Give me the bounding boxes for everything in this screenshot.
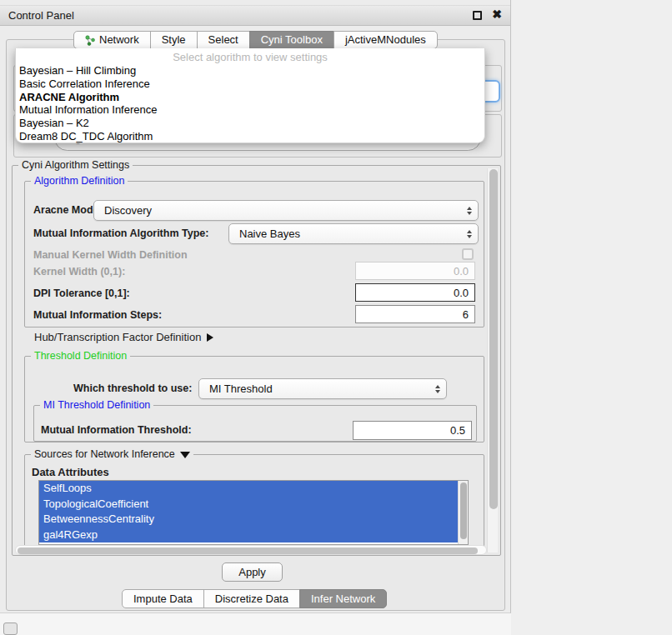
mi-steps-value: 6 [463, 308, 469, 321]
dpi-tolerance-field[interactable]: 0.0 [355, 283, 475, 302]
tab-infer-network[interactable]: Infer Network [299, 589, 387, 608]
mi-threshold-label: Mutual Information Threshold: [41, 424, 192, 436]
kernel-width-label: Kernel Width (0,1): [33, 266, 125, 278]
mi-type-combo[interactable]: Naive Bayes [228, 223, 479, 244]
tab-label: Select [208, 32, 238, 48]
dpi-tolerance-label: DPI Tolerance [0,1]: [33, 288, 130, 299]
manual-kernel-checkbox[interactable] [462, 248, 474, 260]
expand-arrow-icon [207, 333, 213, 342]
algorithm-definition-title: Algorithm Definition [31, 175, 128, 188]
list-vertical-scrollbar[interactable] [458, 481, 468, 544]
popup-placeholder: Select algorithm to view settings [16, 50, 484, 64]
which-threshold-value: MI Threshold [209, 382, 435, 395]
stepper-arrows-icon [467, 207, 472, 215]
tab-jactivemnodules[interactable]: jActiveMNodules [333, 31, 438, 49]
data-attributes-list[interactable]: SelfLoopsTopologicalCoefficientBetweenne… [38, 480, 469, 545]
mi-type-value: Naive Bayes [239, 228, 467, 240]
control-panel-bottom-tabs: Impute DataDiscretize DataInfer Network [122, 589, 387, 608]
tab-network[interactable]: Network [73, 31, 151, 49]
mi-type-label: Mutual Information Algorithm Type: [33, 228, 208, 239]
attribute-selfloops[interactable]: SelfLoops [39, 481, 458, 497]
which-threshold-label: Which threshold to use: [73, 382, 192, 394]
aracne-mode-combo[interactable]: Discovery [93, 200, 479, 221]
minimized-panel-icon[interactable] [3, 622, 18, 635]
hub-definition-expander[interactable]: Hub/Transcription Factor Definition [34, 331, 213, 343]
float-window-icon[interactable] [473, 11, 482, 20]
mi-steps-label: Mutual Information Steps: [33, 309, 162, 321]
threshold-definition-title: Threshold Definition [31, 350, 130, 362]
which-threshold-combo[interactable]: MI Threshold [198, 378, 447, 399]
stepper-arrows-icon [467, 230, 472, 238]
mi-threshold-definition-group: MI Threshold Definition Mutual Informati… [33, 405, 477, 442]
control-panel: Control Panel ✖ galFiltered.sif default … [0, 0, 511, 613]
apply-button[interactable]: Apply [222, 562, 283, 582]
attribute-gal4rgexp[interactable]: gal4RGexp [39, 528, 458, 543]
network-icon [85, 35, 95, 46]
scrollbar-thumb[interactable] [489, 169, 498, 509]
scrollbar-thumb[interactable] [18, 548, 478, 554]
application-window: Control Panel ✖ galFiltered.sif default … [0, 0, 672, 635]
mi-threshold-field[interactable]: 0.5 [353, 421, 472, 440]
data-attributes-label: Data Attributes [32, 467, 109, 478]
popup-item-mutual-information-inference[interactable]: Mutual Information Inference [16, 103, 484, 117]
aracne-mode-label: Aracne Mode: [33, 204, 103, 216]
tab-cyni-toolbox[interactable]: Cyni Toolbox [249, 31, 334, 49]
mi-threshold-definition-title: MI Threshold Definition [40, 399, 153, 412]
settings-group-title: Cyni Algorithm Settings [18, 159, 133, 172]
cyni-algorithm-settings-group: Cyni Algorithm Settings Algorithm Defini… [12, 165, 501, 556]
kernel-width-field[interactable]: 0.0 [355, 262, 475, 280]
tab-label: Network [99, 32, 139, 48]
tab-discretize-data[interactable]: Discretize Data [203, 589, 300, 608]
mi-threshold-value: 0.5 [450, 424, 465, 437]
algorithm-dropdown-popup: Select algorithm to view settings Bayesi… [15, 48, 485, 143]
sources-title-text: Sources for Network Inference [34, 448, 175, 460]
settings-vertical-scrollbar[interactable] [487, 168, 498, 552]
popup-item-list: Bayesian – Hill ClimbingBasic Correlatio… [16, 64, 484, 143]
mi-steps-field[interactable]: 6 [355, 305, 475, 323]
scrollbar-thumb[interactable] [460, 482, 467, 539]
stepper-arrows-icon [435, 385, 440, 393]
attribute-betweennesscentrality[interactable]: BetweennessCentrality [39, 512, 458, 528]
right-workspace: GALGAL80GAL10GAL1GAL11SWI4GAL4GCY1HAP4YH… [511, 0, 672, 635]
dpi-tolerance-value: 0.0 [454, 287, 469, 299]
hub-definition-label: Hub/Transcription Factor Definition [34, 331, 201, 343]
aracne-mode-value: Discovery [104, 204, 467, 217]
tab-label: Impute Data [133, 591, 193, 608]
sources-group: Sources for Network Inference Data Attri… [24, 454, 484, 551]
tab-label: Infer Network [311, 591, 375, 608]
tab-select[interactable]: Select [197, 31, 250, 49]
threshold-definition-group: Threshold Definition Which threshold to … [24, 356, 484, 442]
control-panel-tabs: NetworkStyleSelectCyni ToolboxjActiveMNo… [73, 31, 438, 49]
popup-item-dream8-dc-tdc-algorithm[interactable]: Dream8 DC_TDC Algorithm [16, 130, 484, 143]
popup-item-bayesian-hill-climbing[interactable]: Bayesian – Hill Climbing [16, 64, 484, 78]
popup-item-basic-correlation-inference[interactable]: Basic Correlation Inference [16, 78, 484, 91]
sources-group-title: Sources for Network Inference [31, 448, 193, 461]
close-icon[interactable]: ✖ [492, 8, 502, 21]
collapse-arrow-icon [180, 452, 190, 458]
tab-label: Discretize Data [215, 591, 288, 608]
tab-label: Style [162, 32, 186, 48]
attribute-items: SelfLoopsTopologicalCoefficientBetweenne… [39, 481, 468, 542]
tab-label: jActiveMNodules [345, 32, 426, 48]
settings-horizontal-scrollbar[interactable] [15, 545, 487, 555]
popup-item-aracne-algorithm[interactable]: ARACNE Algorithm [16, 91, 484, 104]
attribute-topologicalcoefficient[interactable]: TopologicalCoefficient [39, 497, 458, 512]
kernel-width-value: 0.0 [454, 265, 469, 278]
popup-item-bayesian-k2[interactable]: Bayesian – K2 [16, 117, 484, 130]
tab-style[interactable]: Style [150, 31, 198, 49]
algorithm-definition-group: Algorithm Definition Aracne Mode: Discov… [24, 181, 484, 328]
tab-label: Cyni Toolbox [261, 32, 323, 48]
manual-kernel-label: Manual Kernel Width Definition [33, 249, 188, 261]
tab-impute-data[interactable]: Impute Data [122, 589, 204, 608]
panel-title: Control Panel [8, 6, 74, 26]
control-panel-titlebar: Control Panel ✖ [0, 5, 510, 26]
